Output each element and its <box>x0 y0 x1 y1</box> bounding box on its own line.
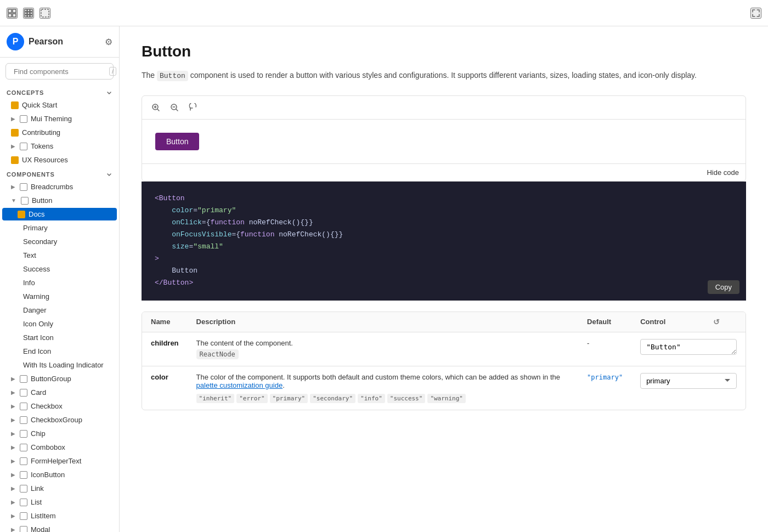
components-label: COMPONENTS <box>7 171 55 178</box>
sidebar-item-tokens[interactable]: ▶ Tokens <box>2 140 117 152</box>
sidebar-item-breadcrumbs[interactable]: ▶ Breadcrumbs <box>2 180 117 193</box>
sidebar-item-contributing[interactable]: Contributing <box>2 126 117 139</box>
doc-icon <box>11 101 19 109</box>
col-reset: ↺ <box>704 312 746 332</box>
sidebar-item-label: Card <box>31 388 46 397</box>
group-icon <box>20 416 27 424</box>
sidebar-item-iconbutton[interactable]: ▶ IconButton <box>2 468 117 481</box>
preview-toolbar <box>142 96 746 120</box>
sidebar-item-link[interactable]: ▶ Link <box>2 482 117 495</box>
table-header-row: Name Description Default Control ↺ <box>142 312 746 332</box>
sidebar-item-success[interactable]: Success <box>2 263 117 275</box>
prop-name-cell: color <box>142 366 188 410</box>
grid-icon[interactable] <box>23 8 34 19</box>
reset-zoom-button[interactable] <box>186 100 200 115</box>
sidebar-item-label: Button <box>32 196 53 205</box>
svg-rect-6 <box>30 9 32 12</box>
group-icon <box>21 197 29 205</box>
zoom-out-button[interactable] <box>167 100 182 115</box>
color-tag: "primary" <box>270 394 308 403</box>
color-control-select[interactable]: primary secondary inherit error info suc… <box>640 373 737 389</box>
children-control-input[interactable]: "Button" <box>640 339 737 355</box>
expand-icon: ▶ <box>11 499 15 505</box>
color-options: "inherit" "error" "primary" "secondary" … <box>196 394 570 403</box>
prop-description-cell: The color of the component. It supports … <box>188 366 579 410</box>
doc-icon <box>18 211 25 218</box>
sidebar-item-label: Danger <box>23 306 47 314</box>
sidebar-item-chip[interactable]: ▶ Chip <box>2 427 117 440</box>
table-row: children The content of the component. R… <box>142 332 746 366</box>
table-row: color The color of the component. It sup… <box>142 366 746 410</box>
sidebar-item-formhelpertext[interactable]: ▶ FormHelperText <box>2 455 117 467</box>
prop-description: The content of the component. <box>196 339 293 347</box>
sidebar-item-loading[interactable]: With Its Loading Indicator <box>2 359 117 371</box>
group-icon <box>20 444 27 451</box>
concepts-section-header[interactable]: CONCEPTS <box>0 85 119 98</box>
grid-small-icon[interactable] <box>7 8 18 19</box>
expand-icon: ▶ <box>11 376 15 382</box>
pearson-logo: P <box>7 33 24 50</box>
prop-control-cell: "Button" <box>631 332 746 366</box>
sidebar-item-muiTheming[interactable]: ▶ Mui Theming <box>2 112 117 125</box>
prop-description-cell: The content of the component. ReactNode <box>188 332 579 366</box>
zoom-in-button[interactable] <box>149 100 163 115</box>
svg-rect-11 <box>27 15 30 17</box>
sidebar-item-danger[interactable]: Danger <box>2 304 117 316</box>
doc-icon <box>11 156 19 164</box>
components-section-header[interactable]: COMPONENTS <box>0 167 119 180</box>
sidebar-item-end-icon[interactable]: End Icon <box>2 345 117 358</box>
color-tag: "warning" <box>427 394 466 403</box>
sidebar-item-label: Chip <box>31 429 46 438</box>
settings-icon[interactable]: ⚙ <box>105 37 112 47</box>
sidebar-item-checkbox[interactable]: ▶ Checkbox <box>2 400 117 412</box>
sidebar-item-uxresources[interactable]: UX Resources <box>2 154 117 166</box>
svg-rect-2 <box>8 14 12 17</box>
expand-icon: ▶ <box>11 472 15 478</box>
sidebar-item-icon-only[interactable]: Icon Only <box>2 318 117 330</box>
sidebar-item-list[interactable]: ▶ List <box>2 496 117 508</box>
group-icon <box>20 389 27 397</box>
sidebar-item-combobox[interactable]: ▶ Combobox <box>2 441 117 454</box>
chevron-down-icon <box>106 171 112 178</box>
sidebar-item-start-icon[interactable]: Start Icon <box>2 331 117 344</box>
fullscreen-icon[interactable] <box>750 8 761 19</box>
hide-code-button[interactable]: Hide code <box>707 168 739 177</box>
sidebar-item-buttongroup[interactable]: ▶ ButtonGroup <box>2 372 117 385</box>
sidebar-item-label: Link <box>31 484 44 493</box>
sidebar-item-text[interactable]: Text <box>2 249 117 262</box>
svg-rect-8 <box>27 12 30 14</box>
sidebar-item-quickstart[interactable]: Quick Start <box>2 99 117 111</box>
svg-rect-5 <box>27 9 30 12</box>
sidebar: P Pearson ⚙ / CONCEPTS Quick Start ▶ Mui… <box>0 26 120 532</box>
logo-text: Pearson <box>29 37 63 47</box>
expand-icon: ▶ <box>11 116 15 122</box>
sidebar-item-button[interactable]: ▼ Button <box>2 194 117 207</box>
sidebar-item-warning[interactable]: Warning <box>2 290 117 303</box>
sidebar-item-listitem[interactable]: ▶ ListItem <box>2 510 117 522</box>
palette-guide-link[interactable]: palette customization guide <box>196 381 283 389</box>
expand-icon[interactable] <box>39 8 50 19</box>
component-name-code: Button <box>157 71 188 81</box>
search-input[interactable] <box>14 67 106 76</box>
sidebar-item-label: Combobox <box>31 443 65 451</box>
sidebar-item-label: IconButton <box>31 471 65 479</box>
preview-button[interactable]: Button <box>155 133 199 150</box>
sidebar-item-secondary[interactable]: Secondary <box>2 235 117 248</box>
sidebar-item-modal[interactable]: ▶ Modal <box>2 523 117 532</box>
expand-icon: ▶ <box>11 184 15 190</box>
prop-name: color <box>151 373 168 381</box>
sidebar-item-docs[interactable]: Docs <box>2 208 117 220</box>
sidebar-item-checkboxgroup[interactable]: ▶ CheckboxGroup <box>2 414 117 426</box>
color-tag: "secondary" <box>310 394 355 403</box>
search-box[interactable]: / <box>5 63 114 80</box>
group-icon <box>20 485 27 493</box>
sidebar-item-primary[interactable]: Primary <box>2 222 117 234</box>
group-icon <box>20 403 27 410</box>
prop-default: "primary" <box>587 373 623 381</box>
sidebar-item-info[interactable]: Info <box>2 276 117 289</box>
main-content: Button The Button component is used to r… <box>120 26 768 532</box>
reset-all-icon[interactable]: ↺ <box>713 318 720 326</box>
copy-code-button[interactable]: Copy <box>708 280 739 294</box>
svg-rect-12 <box>30 15 32 17</box>
sidebar-item-card[interactable]: ▶ Card <box>2 386 117 399</box>
